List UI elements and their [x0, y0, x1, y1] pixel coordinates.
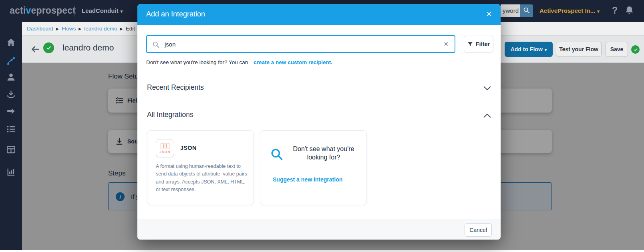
saved-check-icon	[631, 45, 640, 54]
breadcrumb-current: Edit	[126, 26, 135, 32]
topbar-search-button[interactable]	[520, 4, 533, 17]
save-button[interactable]: Save	[606, 42, 628, 57]
close-icon[interactable]: ✕	[486, 10, 492, 18]
modal-footer: Cancel	[137, 220, 501, 240]
topbar-search-input[interactable]: yword	[501, 4, 520, 17]
sidebar-nav	[0, 22, 22, 250]
filter-label: Filter	[476, 41, 490, 47]
app-window: activeprospect LeadConduit▾ yword Active…	[0, 0, 644, 252]
search-icon	[152, 41, 160, 48]
chevron-down-icon[interactable]	[483, 85, 491, 90]
account-name: ActiveProspect In...	[539, 7, 595, 14]
page-title: leandro demo	[62, 43, 114, 52]
helper-text: Don't see what you're looking for? You c…	[146, 59, 248, 65]
all-integrations-header[interactable]: All Integrations	[147, 111, 193, 119]
home-icon[interactable]	[6, 37, 16, 47]
topbar-divider	[74, 5, 75, 17]
suggest-integration-card[interactable]: Don't see what you're looking for? Sugge…	[260, 130, 367, 205]
chevron-up-icon[interactable]	[483, 112, 491, 117]
integration-search-field: ✕	[146, 35, 455, 53]
logo-v-mark: v	[26, 5, 31, 16]
suggest-card-title: Don't see what you're looking for?	[286, 145, 361, 162]
recent-recipients-header[interactable]: Recent Recipients	[147, 83, 204, 92]
helper-line: Don't see what you're looking for? You c…	[146, 59, 332, 65]
add-integration-modal: Add an Integration ✕ ✕ Filter Don't see …	[137, 4, 501, 240]
help-icon[interactable]: ?	[612, 5, 618, 16]
create-custom-recipient-link[interactable]: create a new custom recipient.	[254, 59, 332, 65]
activeprospect-logo: activeprospect	[10, 5, 76, 16]
breadcrumb-flow-name[interactable]: leandro demo	[84, 26, 117, 32]
caret-down-icon: ▾	[597, 9, 600, 14]
list-icon[interactable]	[6, 124, 16, 134]
breadcrumb-separator-icon: ▶	[56, 27, 59, 31]
suggest-integration-link[interactable]: Suggest a new integration	[273, 176, 342, 183]
flow-status-check-icon	[43, 42, 54, 53]
integration-card-description: A format using human-readable text to se…	[156, 163, 249, 194]
json-integration-icon: {;} JSON	[156, 139, 174, 157]
clear-search-icon[interactable]: ✕	[443, 40, 449, 48]
product-switcher[interactable]: LeadConduit▾	[82, 7, 123, 14]
json-badge-glyph: {;}	[161, 143, 169, 149]
inbox-download-icon[interactable]	[6, 89, 16, 99]
logo-text-suffix: eprospect	[31, 5, 76, 16]
filter-button[interactable]: Filter	[464, 36, 493, 52]
integration-card-title: JSON	[180, 145, 197, 151]
breadcrumb-separator-icon: ▶	[78, 27, 81, 31]
chart-icon[interactable]	[6, 167, 16, 177]
person-icon[interactable]	[6, 72, 16, 82]
modal-header: Add an Integration ✕	[137, 4, 501, 25]
integration-search-input[interactable]	[165, 37, 437, 51]
product-name: LeadConduit	[82, 7, 119, 14]
add-to-flow-button[interactable]: Add to Flow▾	[505, 42, 553, 57]
caret-down-icon: ▾	[121, 9, 123, 14]
arrow-right-icon[interactable]	[6, 106, 16, 116]
add-to-flow-label: Add to Flow	[511, 46, 543, 52]
modal-title: Add an Integration	[146, 10, 205, 18]
table-icon[interactable]	[6, 145, 16, 155]
funnel-icon	[467, 41, 473, 47]
breadcrumb-separator-icon: ▶	[120, 27, 123, 31]
breadcrumb-dashboard[interactable]: Dashboard	[27, 26, 53, 32]
caret-down-icon: ▾	[545, 47, 547, 52]
account-switcher[interactable]: ActiveProspect In...▾	[539, 7, 600, 14]
test-your-flow-button[interactable]: Test your Flow	[556, 42, 602, 57]
back-arrow-icon[interactable]	[30, 44, 40, 54]
breadcrumb-flows[interactable]: Flows	[62, 26, 76, 32]
cancel-button[interactable]: Cancel	[465, 223, 492, 237]
logo-text: acti	[10, 5, 26, 16]
flows-icon[interactable]	[6, 56, 16, 66]
integration-card-json[interactable]: {;} JSON JSON A format using human-reada…	[147, 130, 254, 205]
breadcrumb: Dashboard▶Flows▶leandro demo▶Edit	[27, 26, 135, 32]
search-icon	[523, 7, 530, 15]
notifications-bell-icon[interactable]	[625, 6, 634, 16]
search-icon	[270, 148, 283, 161]
json-badge-word: JSON	[159, 150, 170, 154]
